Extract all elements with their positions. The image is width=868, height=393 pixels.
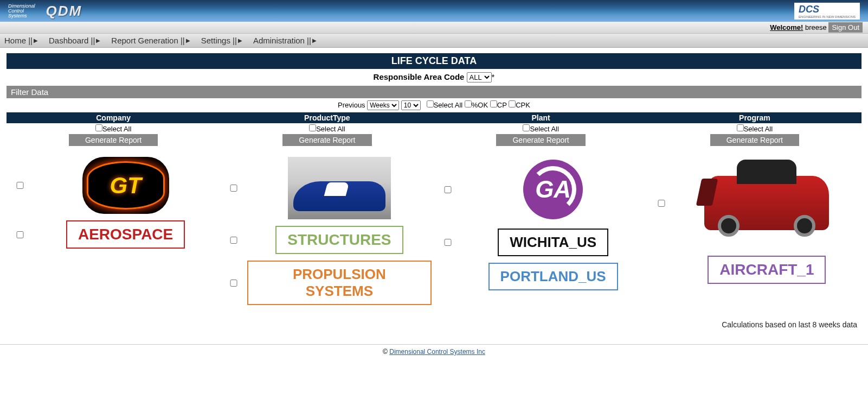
previous-row: Previous Weeks 10 Select All %OK CP CPK xyxy=(0,98,868,112)
program-select-all-checkbox[interactable] xyxy=(737,124,744,131)
program-generate-report-button[interactable]: Generate Report xyxy=(710,134,799,146)
rac-label: Responsible Area Code xyxy=(374,72,465,81)
col-program-header: Program xyxy=(648,112,861,123)
menu-settings-label: Settings || xyxy=(201,36,237,45)
main-menu: Home ||▶ Dashboard ||▶ Report Generation… xyxy=(0,34,868,48)
item-aerospace-tile[interactable]: AEROSPACE xyxy=(34,220,217,249)
chevron-right-icon: ▶ xyxy=(312,37,317,43)
item-redcar-row xyxy=(651,157,859,249)
filter-data-bar[interactable]: Filter Data xyxy=(7,86,861,98)
top-banner: Dimensional Control Systems QDM DCS ENGI… xyxy=(0,0,868,22)
chevron-right-icon: ▶ xyxy=(238,37,242,43)
cpk-checkbox[interactable] xyxy=(509,100,516,107)
item-structures-row: STRUCTURES xyxy=(223,226,431,254)
company-items: GT AEROSPACE xyxy=(7,151,220,254)
pok-label: %OK xyxy=(472,101,488,109)
item-propulsion-tile[interactable]: PROPULSION SYSTEMS xyxy=(247,261,431,305)
item-wichita-checkbox[interactable] xyxy=(442,239,453,246)
aerospace-label: AEROSPACE xyxy=(66,220,185,249)
item-ga-checkbox[interactable] xyxy=(442,186,453,193)
portland-label: PORTLAND_US xyxy=(488,263,618,290)
product-select-all-checkbox[interactable] xyxy=(309,124,316,131)
item-aircraft1-tile[interactable]: AIRCRAFT_1 xyxy=(675,256,859,284)
item-bluecar-tile[interactable] xyxy=(247,157,431,219)
plant-generate-report-button[interactable]: Generate Report xyxy=(496,134,585,146)
rac-asterisk: * xyxy=(492,72,495,81)
item-structures-checkbox[interactable] xyxy=(228,237,239,244)
footer-link[interactable]: Dimensional Control Systems Inc xyxy=(389,348,485,356)
dcs-tagline: ENGINEERING IN NEW DIMENSIONS xyxy=(799,15,856,18)
qdm-logo: QDM xyxy=(46,3,82,20)
select-all-label: Select All xyxy=(434,101,462,109)
item-wichita-tile[interactable]: WICHITA_US xyxy=(461,229,645,256)
product-sa-label: Select All xyxy=(316,125,345,133)
item-portland-tile[interactable]: PORTLAND_US xyxy=(461,263,645,290)
responsible-area-code-row: Responsible Area Code ALL* xyxy=(0,69,868,86)
item-propulsion-checkbox[interactable] xyxy=(228,280,239,287)
item-aerospace-row: AEROSPACE xyxy=(9,220,217,249)
item-redcar-checkbox[interactable] xyxy=(656,200,667,207)
col-company-header: Company xyxy=(7,112,220,123)
structures-label: STRUCTURES xyxy=(275,226,403,254)
menu-admin-label: Administration || xyxy=(253,36,311,45)
aircraft1-label: AIRCRAFT_1 xyxy=(708,256,826,284)
menu-settings[interactable]: Settings ||▶ xyxy=(201,36,242,45)
col-program-sa: Select All xyxy=(648,123,861,134)
previous-label: Previous xyxy=(338,101,365,109)
col-plant-sa: Select All xyxy=(434,123,648,134)
rac-select[interactable]: ALL xyxy=(467,72,492,83)
item-portland-row: PORTLAND_US xyxy=(437,263,645,290)
pok-checkbox[interactable] xyxy=(465,100,472,107)
item-bluecar-row xyxy=(223,157,431,219)
plant-select-all-checkbox[interactable] xyxy=(523,124,530,131)
footer: © Dimensional Control Systems Inc xyxy=(0,344,868,359)
item-aerospace-checkbox[interactable] xyxy=(15,231,25,238)
col-plant: Plant Select All Generate Report GA WICH… xyxy=(434,112,648,310)
calculation-note: Calculations based on last 8 weeks data xyxy=(0,316,868,333)
item-aircraft1-row: AIRCRAFT_1 xyxy=(651,256,859,284)
cp-label: CP xyxy=(497,101,507,109)
propulsion-label: PROPULSION SYSTEMS xyxy=(247,261,431,305)
menu-administration[interactable]: Administration ||▶ xyxy=(253,36,317,45)
page-title: LIFE CYCLE DATA xyxy=(7,53,861,69)
product-items: STRUCTURES PROPULSION SYSTEMS xyxy=(220,151,434,310)
cpk-label: CPK xyxy=(516,101,530,109)
item-gt-tile[interactable]: GT xyxy=(34,157,217,214)
select-all-checkbox[interactable] xyxy=(427,100,434,107)
company-generate-report-button[interactable]: Generate Report xyxy=(69,134,158,146)
menu-home[interactable]: Home ||▶ xyxy=(4,36,38,45)
item-structures-tile[interactable]: STRUCTURES xyxy=(247,226,431,254)
welcome-link[interactable]: Welcome! xyxy=(770,23,803,31)
cp-checkbox[interactable] xyxy=(490,100,497,107)
item-propulsion-row: PROPULSION SYSTEMS xyxy=(223,261,431,305)
wichita-label: WICHITA_US xyxy=(498,229,608,256)
company-sa-label: Select All xyxy=(102,125,131,133)
menu-dashboard[interactable]: Dashboard ||▶ xyxy=(49,36,100,45)
chevron-right-icon: ▶ xyxy=(96,37,100,43)
item-bluecar-checkbox[interactable] xyxy=(228,185,239,192)
col-company: Company Select All Generate Report GT AE… xyxy=(7,112,220,310)
footer-copy: © xyxy=(383,348,388,356)
previous-unit-select[interactable]: Weeks xyxy=(367,100,399,110)
gt-logo-image: GT xyxy=(82,157,169,214)
menu-home-label: Home || xyxy=(4,36,33,45)
previous-count-select[interactable]: 10 xyxy=(401,100,421,110)
ga-text: GA xyxy=(535,176,571,203)
banner-left: Dimensional Control Systems QDM xyxy=(8,3,82,20)
item-ga-tile[interactable]: GA xyxy=(461,157,645,222)
dcs-line3: Systems xyxy=(8,14,35,18)
item-gt-checkbox[interactable] xyxy=(15,182,25,189)
welcome-bar: Welcome! breese Sign Out xyxy=(0,22,868,34)
item-redcar-tile[interactable] xyxy=(675,157,859,249)
col-company-sa: Select All xyxy=(7,123,220,134)
company-select-all-checkbox[interactable] xyxy=(95,124,102,131)
signout-button[interactable]: Sign Out xyxy=(828,22,863,33)
dcs-brand-logo: DCS xyxy=(799,4,819,15)
program-sa-label: Select All xyxy=(744,125,773,133)
col-program: Program Select All Generate Report AIRCR… xyxy=(648,112,861,310)
columns-container: Company Select All Generate Report GT AE… xyxy=(0,112,868,316)
chevron-right-icon: ▶ xyxy=(34,37,38,43)
gt-text: GT xyxy=(110,173,141,199)
menu-report-generation[interactable]: Report Generation ||▶ xyxy=(111,36,190,45)
product-generate-report-button[interactable]: Generate Report xyxy=(282,134,371,146)
